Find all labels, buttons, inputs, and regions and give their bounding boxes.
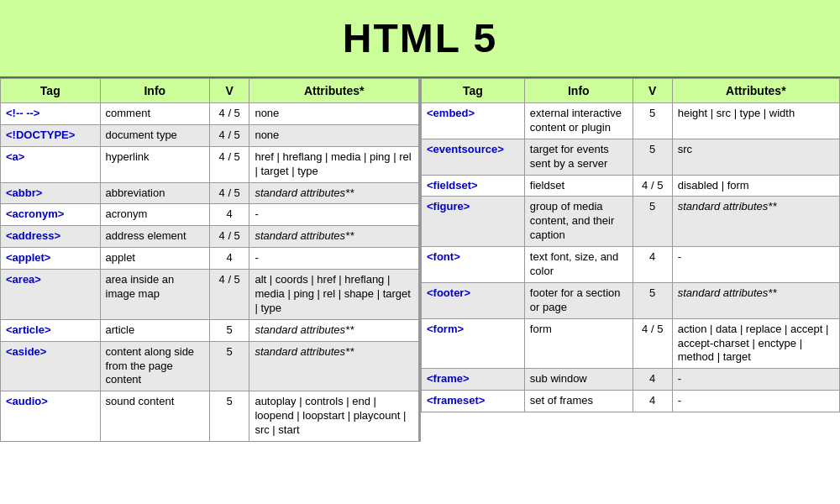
main-content: Tag Info V Attributes* <!-- -->comment4 … [0, 78, 840, 442]
left-col-info: Info [100, 79, 209, 103]
tag-cell: <eventsource> [422, 139, 525, 175]
left-table-body: <!-- -->comment4 / 5none<!DOCTYPE>docume… [1, 103, 419, 442]
attr-cell: autoplay | controls | end | loopend | lo… [249, 391, 419, 442]
info-cell: address element [100, 226, 209, 248]
info-cell: external interactive content or plugin [524, 103, 633, 139]
version-cell: 5 [209, 341, 249, 391]
right-col-v: V [633, 79, 672, 103]
version-cell: 4 / 5 [209, 146, 249, 182]
table-row: <audio>sound content5autoplay | controls… [1, 391, 419, 442]
right-col-tag: Tag [422, 79, 525, 103]
version-cell: 5 [633, 103, 672, 139]
attr-cell: standard attributes** [672, 282, 839, 318]
version-cell: 4 [633, 247, 672, 283]
tag-cell: <footer> [422, 282, 525, 318]
table-row: <footer>footer for a section or page5sta… [422, 282, 840, 318]
info-cell: hyperlink [100, 146, 209, 182]
attr-cell: - [249, 248, 419, 270]
table-row: <abbr>abbreviation4 / 5standard attribut… [1, 182, 419, 204]
table-row: <figure>group of media content, and thei… [422, 197, 840, 247]
tag-cell: <!-- --> [1, 103, 101, 125]
info-cell: target for events sent by a server [524, 139, 633, 175]
table-row: <article>article5standard attributes** [1, 319, 419, 341]
tag-cell: <frameset> [422, 391, 525, 412]
left-col-attr: Attributes* [249, 79, 419, 103]
info-cell: footer for a section or page [524, 282, 633, 318]
right-table-body: <embed>external interactive content or p… [422, 103, 840, 412]
tag-cell: <frame> [422, 369, 525, 391]
table-row: <address>address element4 / 5standard at… [1, 226, 419, 248]
info-cell: abbreviation [100, 182, 209, 204]
info-cell: form [524, 318, 633, 369]
left-table-header-row: Tag Info V Attributes* [1, 79, 419, 103]
tag-cell: <area> [1, 270, 101, 320]
version-cell: 4 / 5 [209, 124, 249, 146]
version-cell: 5 [633, 197, 672, 247]
tag-cell: <form> [422, 318, 525, 369]
info-cell: sound content [100, 391, 209, 442]
left-col-tag: Tag [1, 79, 101, 103]
attr-cell: - [672, 369, 839, 391]
version-cell: 5 [209, 391, 249, 442]
attr-cell: - [672, 247, 839, 283]
tag-cell: <figure> [422, 197, 525, 247]
version-cell: 4 / 5 [209, 103, 249, 125]
attr-cell: none [249, 103, 419, 125]
tag-cell: <fieldset> [422, 175, 525, 197]
attr-cell: action | data | replace | accept | accep… [672, 318, 839, 369]
attr-cell: - [672, 391, 839, 412]
table-row: <font>text font, size, and color4- [422, 247, 840, 283]
tag-cell: <acronym> [1, 204, 101, 226]
tag-cell: <font> [422, 247, 525, 283]
right-table-section: Tag Info V Attributes* <embed>external i… [421, 78, 840, 442]
attr-cell: standard attributes** [672, 197, 839, 247]
table-row: <frameset>set of frames4- [422, 391, 840, 412]
attr-cell: disabled | form [672, 175, 839, 197]
left-table-section: Tag Info V Attributes* <!-- -->comment4 … [0, 78, 421, 442]
version-cell: 4 / 5 [633, 175, 672, 197]
version-cell: 5 [633, 139, 672, 175]
info-cell: applet [100, 248, 209, 270]
info-cell: document type [100, 124, 209, 146]
attr-cell: standard attributes** [249, 182, 419, 204]
table-row: <applet>applet4- [1, 248, 419, 270]
version-cell: 4 / 5 [209, 182, 249, 204]
version-cell: 4 / 5 [209, 270, 249, 320]
right-table: Tag Info V Attributes* <embed>external i… [421, 78, 840, 412]
version-cell: 5 [209, 319, 249, 341]
info-cell: fieldset [524, 175, 633, 197]
table-row: <!DOCTYPE>document type4 / 5none [1, 124, 419, 146]
right-col-info: Info [524, 79, 633, 103]
page-header: HTML 5 [0, 0, 840, 78]
version-cell: 4 [633, 391, 672, 412]
version-cell: 4 [209, 248, 249, 270]
info-cell: comment [100, 103, 209, 125]
tag-cell: <embed> [422, 103, 525, 139]
tag-cell: <!DOCTYPE> [1, 124, 101, 146]
version-cell: 4 [633, 369, 672, 391]
tag-cell: <aside> [1, 341, 101, 391]
table-row: <form>form4 / 5action | data | replace |… [422, 318, 840, 369]
version-cell: 4 / 5 [209, 226, 249, 248]
attr-cell: none [249, 124, 419, 146]
info-cell: text font, size, and color [524, 247, 633, 283]
version-cell: 4 / 5 [633, 318, 672, 369]
table-row: <fieldset>fieldset4 / 5disabled | form [422, 175, 840, 197]
attr-cell: standard attributes** [249, 226, 419, 248]
table-row: <acronym>acronym4- [1, 204, 419, 226]
version-cell: 4 [209, 204, 249, 226]
table-row: <frame>sub window4- [422, 369, 840, 391]
info-cell: group of media content, and their captio… [524, 197, 633, 247]
table-row: <a>hyperlink4 / 5href | hreflang | media… [1, 146, 419, 182]
left-table: Tag Info V Attributes* <!-- -->comment4 … [0, 78, 419, 442]
page-title: HTML 5 [0, 15, 840, 61]
info-cell: set of frames [524, 391, 633, 412]
info-cell: sub window [524, 369, 633, 391]
attr-cell: alt | coords | href | hreflang | media |… [249, 270, 419, 320]
attr-cell: standard attributes** [249, 341, 419, 391]
attr-cell: standard attributes** [249, 319, 419, 341]
tag-cell: <audio> [1, 391, 101, 442]
table-row: <!-- -->comment4 / 5none [1, 103, 419, 125]
info-cell: content along side from the page content [100, 341, 209, 391]
right-col-attr: Attributes* [672, 79, 839, 103]
